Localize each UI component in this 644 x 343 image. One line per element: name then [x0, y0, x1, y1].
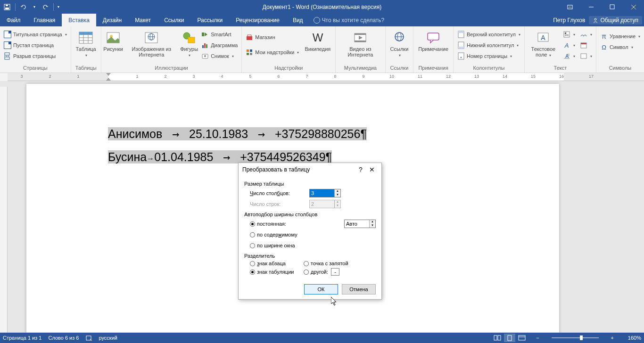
- tab-home[interactable]: Главная: [27, 14, 62, 26]
- radio-sep-other[interactable]: другой:: [304, 268, 376, 276]
- spinner-down-icon[interactable]: ▼: [335, 193, 340, 197]
- radio-sep-tab[interactable]: знак табуляции: [250, 268, 302, 276]
- user-name[interactable]: Петр Глухов: [553, 17, 585, 24]
- dialog-titlebar[interactable]: Преобразовать в таблицу ? ✕: [239, 163, 381, 176]
- spinner-down-icon[interactable]: ▼: [370, 224, 375, 228]
- columns-input[interactable]: [310, 189, 334, 197]
- status-proofing-icon[interactable]: [86, 335, 92, 341]
- spinner-up-icon[interactable]: ▲: [335, 189, 340, 193]
- redo-icon[interactable]: [38, 0, 52, 14]
- dialog-help-icon[interactable]: ?: [355, 166, 366, 173]
- tab-insert[interactable]: Вставка: [62, 14, 96, 26]
- store-button[interactable]: Магазин: [244, 32, 301, 42]
- online-pictures-button[interactable]: Изображения из Интернета: [124, 29, 179, 58]
- symbol-icon: Ω: [600, 43, 608, 51]
- vertical-ruler[interactable]: [0, 87, 8, 333]
- radio-autofit-window[interactable]: по ширине окна: [250, 243, 295, 248]
- radio-on-icon: [250, 221, 255, 227]
- blank-page-button[interactable]: Пустая страница: [2, 40, 69, 50]
- save-icon[interactable]: [0, 0, 14, 14]
- tab-view[interactable]: Вид: [286, 14, 310, 26]
- object-button[interactable]: ▾: [578, 51, 594, 61]
- svg-rect-70: [508, 335, 512, 341]
- quick-access-toolbar: ▼ ▼: [0, 0, 62, 14]
- ribbon-options-icon[interactable]: [559, 0, 580, 14]
- fixed-width-combo[interactable]: ▲▼: [344, 220, 376, 228]
- cover-page-button[interactable]: Титульная страница▾: [2, 29, 69, 40]
- view-print-icon[interactable]: [504, 334, 515, 342]
- datetime-button[interactable]: [578, 40, 594, 50]
- horizontal-ruler[interactable]: 321 1234567891011121314151617: [8, 73, 644, 81]
- shapes-button[interactable]: Фигуры▾: [180, 29, 198, 59]
- titlebar: ▼ ▼ Документ1 - Word (Ознакомительная ве…: [0, 0, 644, 14]
- tab-file[interactable]: Файл: [0, 14, 27, 26]
- tab-references[interactable]: Ссылки: [157, 14, 190, 26]
- radio-sep-semicolon[interactable]: точка с запятой: [304, 261, 376, 266]
- zoom-thumb[interactable]: [580, 335, 583, 340]
- wordart-button[interactable]: A▾: [561, 40, 577, 50]
- tab-mailings[interactable]: Рассылки: [190, 14, 229, 26]
- view-web-icon[interactable]: [516, 334, 528, 342]
- screenshot-button[interactable]: Снимок▾: [199, 51, 239, 61]
- radio-sep-paragraph[interactable]: знак абзаца: [250, 261, 302, 266]
- smartart-button[interactable]: SmartArt: [199, 29, 239, 40]
- svg-rect-71: [519, 335, 525, 340]
- share-button[interactable]: Общий доступ: [589, 16, 642, 24]
- zoom-out-button[interactable]: −: [534, 335, 541, 341]
- group-text-label: Текст: [527, 65, 594, 72]
- links-button[interactable]: Ссылки▾: [388, 29, 412, 59]
- radio-autofit-content[interactable]: по содержимому: [250, 232, 297, 237]
- zoom-level[interactable]: 160%: [622, 335, 641, 341]
- zoom-in-button[interactable]: +: [609, 335, 616, 341]
- chart-button[interactable]: Диаграмма: [199, 40, 239, 50]
- qat-customize[interactable]: ▼: [55, 0, 62, 14]
- radio-fixed-width[interactable]: постоянная:: [250, 221, 286, 227]
- sig-button[interactable]: ▾: [578, 29, 594, 40]
- equation-icon: π: [600, 33, 608, 40]
- wikipedia-button[interactable]: WВикипедия: [302, 29, 333, 53]
- svg-rect-46: [458, 31, 464, 33]
- myaddins-button[interactable]: Мои надстройки▾: [244, 47, 301, 57]
- ribbon: Титульная страница▾ Пустая страница Разр…: [0, 26, 644, 73]
- minimize-icon[interactable]: [580, 0, 602, 14]
- cancel-button[interactable]: Отмена: [342, 284, 376, 294]
- tab-design[interactable]: Дизайн: [96, 14, 128, 26]
- close-icon[interactable]: [623, 0, 644, 14]
- quickparts-icon: [563, 31, 570, 38]
- online-video-button[interactable]: Видео из Интернета: [338, 29, 383, 58]
- pagenumber-button[interactable]: #Номер страницы▾: [455, 51, 522, 61]
- document-text[interactable]: Анисимов → 25.10.1983 → +375298880256¶ Б…: [26, 84, 559, 164]
- table-button[interactable]: Таблица▾: [73, 29, 99, 59]
- tab-layout[interactable]: Макет: [128, 14, 157, 26]
- status-language[interactable]: русский: [99, 335, 117, 341]
- dropcap-button[interactable]: A▾: [561, 51, 577, 61]
- maximize-icon[interactable]: [602, 0, 623, 14]
- svg-rect-35: [247, 53, 249, 55]
- view-read-icon[interactable]: [492, 334, 503, 342]
- textbox-button[interactable]: AТекстовое поле ▾: [527, 29, 560, 59]
- footer-button[interactable]: Нижний колонтитул▾: [455, 40, 522, 50]
- pictures-button[interactable]: Рисунки: [103, 29, 124, 53]
- tab-review[interactable]: Рецензирование: [229, 14, 286, 26]
- quickparts-button[interactable]: ▾: [561, 29, 577, 40]
- zoom-slider[interactable]: [552, 337, 599, 338]
- fixed-width-input[interactable]: [345, 220, 369, 228]
- equation-button[interactable]: πУравнение▾: [598, 31, 642, 41]
- links-icon: [392, 30, 407, 45]
- symbol-button[interactable]: ΩСимвол▾: [598, 42, 642, 52]
- svg-rect-34: [250, 49, 252, 52]
- tell-me-search[interactable]: Что вы хотите сделать?: [310, 14, 388, 26]
- ok-button[interactable]: ОК: [304, 284, 338, 294]
- dialog-close-icon[interactable]: ✕: [366, 166, 378, 173]
- undo-icon[interactable]: [17, 0, 31, 14]
- sep-other-input[interactable]: [331, 268, 339, 276]
- spinner-up-icon[interactable]: ▲: [370, 220, 375, 224]
- status-words[interactable]: Слово 6 из 6: [48, 335, 79, 341]
- undo-dropdown[interactable]: ▼: [31, 0, 38, 14]
- svg-text:Ω: Ω: [602, 44, 606, 51]
- header-button[interactable]: Верхний колонтитул▾: [455, 29, 522, 40]
- columns-spinner[interactable]: ▲▼: [309, 189, 341, 197]
- status-page[interactable]: Страница 1 из 1: [3, 335, 41, 341]
- page-break-button[interactable]: Разрыв страницы: [2, 51, 69, 61]
- comment-button[interactable]: Примечание: [415, 29, 451, 53]
